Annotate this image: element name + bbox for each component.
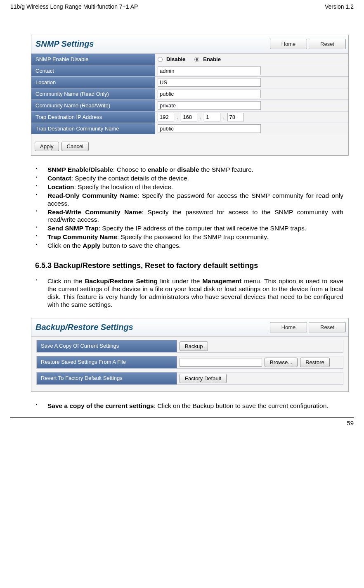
contact-label: Contact (31, 65, 155, 76)
rocn-label: Community Name (Read Only) (31, 88, 155, 100)
factory-label: Revert To Factory Default Settings (37, 372, 177, 384)
backup-title-bar: Backup/Restore Settings Home Reset (31, 318, 348, 337)
trapip-a[interactable] (158, 113, 174, 121)
list-item: Read-Write Community Name: Specify the p… (35, 209, 343, 224)
trapip-label: Trap Destination IP Address (31, 111, 155, 123)
trapip-b[interactable] (181, 113, 197, 121)
doc-header-left: 11b/g Wireless Long Range Multi-function… (10, 3, 138, 10)
contact-input[interactable] (158, 66, 261, 75)
restore-button[interactable]: Restore (300, 358, 330, 367)
backup-panel: Backup/Restore Settings Home Reset Save … (31, 318, 349, 392)
page-number: 59 (347, 420, 354, 427)
trapcn-label: Trap Destination Community Name (31, 123, 155, 134)
section-heading: 6.5.3 Backup/Restore settings, Reset to … (35, 261, 354, 270)
backup-button[interactable]: Backup (180, 341, 208, 351)
list-item: Read-Only Community Name: Specify the pa… (35, 192, 343, 208)
trapip-d[interactable] (227, 113, 244, 121)
restore-file-input[interactable] (180, 358, 262, 367)
trapcn-input[interactable] (158, 124, 261, 133)
page-footer: 59 (10, 417, 354, 427)
doc-header-right: Version 1.2 (325, 3, 354, 10)
backup-title: Backup/Restore Settings (34, 320, 135, 334)
list-item: SNMP Enable/Disable: Choose to enable or… (35, 166, 343, 174)
list-item: Save a copy of the current settings: Cli… (35, 402, 343, 410)
list-item: Location: Specify the location of the de… (35, 183, 343, 191)
reset-button[interactable]: Reset (309, 322, 346, 332)
apply-button[interactable]: Apply (35, 142, 59, 151)
browse-button[interactable]: Browse... (265, 358, 298, 367)
snmp-enable-text: Enable (203, 56, 221, 62)
location-label: Location (31, 77, 155, 88)
snmp-enable-label: SNMP Enable Disable (31, 54, 155, 65)
list-item: Send SNMP Trap: Specify the IP address o… (35, 225, 343, 232)
list-item: Trap Community Name: Specify the passwor… (35, 233, 343, 241)
trapip-c[interactable] (204, 113, 220, 121)
snmp-enable-radio[interactable] (194, 57, 199, 62)
cancel-button[interactable]: Cancel (61, 142, 89, 151)
doc-header: 11b/g Wireless Long Range Multi-function… (10, 3, 354, 10)
save-copy-label: Save A Copy Of Current Settings (37, 340, 177, 352)
snmp-disable-radio[interactable] (158, 57, 163, 62)
location-input[interactable] (158, 78, 261, 87)
backup-intro-list: Click on the Backup/Restore Setting link… (35, 277, 343, 309)
home-button[interactable]: Home (270, 39, 307, 49)
snmp-disable-text: Disable (166, 56, 185, 62)
backup-desc-list: Save a copy of the current settings: Cli… (35, 402, 343, 410)
snmp-title: SNMP Settings (34, 37, 96, 51)
snmp-title-bar: SNMP Settings Home Reset (31, 35, 348, 53)
rwcn-input[interactable] (158, 101, 261, 110)
restore-label: Restore Saved Settings From A File (37, 356, 177, 368)
list-item: Click on the Backup/Restore Setting link… (35, 277, 343, 309)
snmp-panel: SNMP Settings Home Reset SNMP Enable Dis… (31, 35, 349, 156)
reset-button[interactable]: Reset (309, 39, 346, 49)
home-button[interactable]: Home (270, 322, 307, 332)
list-item: Click on the Apply button to save the ch… (35, 242, 343, 250)
list-item: Contact: Specify the contact details of … (35, 175, 343, 183)
snmp-desc-list: SNMP Enable/Disable: Choose to enable or… (35, 166, 343, 250)
rocn-input[interactable] (158, 90, 261, 98)
rwcn-label: Community Name (Read/Write) (31, 100, 155, 111)
factory-default-button[interactable]: Factory Default (180, 374, 227, 383)
